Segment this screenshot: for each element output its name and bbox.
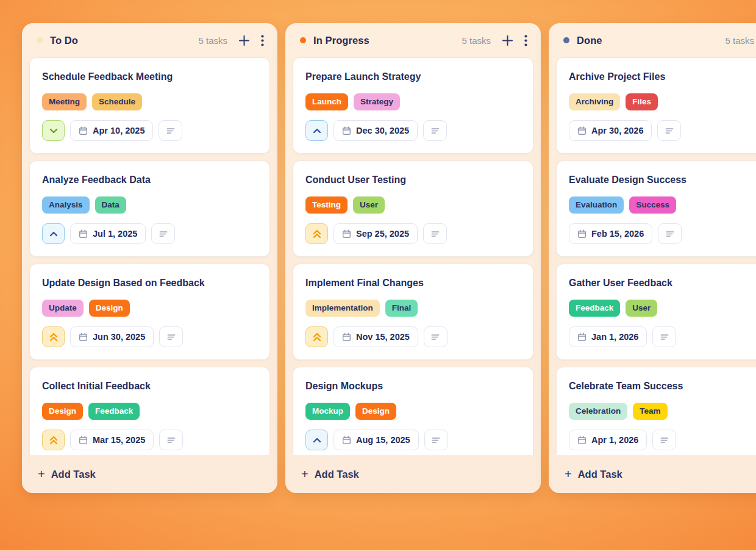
notes-button[interactable]	[423, 223, 447, 244]
tag: Data	[95, 196, 126, 214]
notes-button[interactable]	[159, 430, 183, 450]
column-title: In Progress	[313, 35, 369, 46]
column-menu-button[interactable]	[261, 35, 264, 46]
priority-chip[interactable]	[42, 120, 65, 141]
due-date-label: Jul 1, 2025	[93, 229, 137, 239]
add-task-button[interactable]: + Add Task	[549, 455, 756, 493]
card-list[interactable]: Archive Project Files Archiving Files Ap…	[549, 57, 756, 455]
tag: Schedule	[92, 93, 142, 110]
add-task-button[interactable]: + Add Task	[285, 455, 541, 493]
due-date-chip[interactable]: Jun 30, 2025	[70, 326, 154, 347]
notes-icon	[432, 437, 440, 444]
task-card[interactable]: Schedule Feedback Meeting Meeting Schedu…	[29, 57, 270, 154]
tag: Implementation	[305, 300, 380, 317]
column-status-dot	[37, 37, 43, 43]
due-date-chip[interactable]: Aug 15, 2025	[333, 430, 419, 450]
tag-list: Analysis Data	[42, 196, 257, 214]
priority-chip[interactable]	[42, 223, 65, 244]
column-status-dot	[300, 37, 306, 43]
task-card[interactable]: Implement Final Changes Implementation F…	[293, 264, 533, 360]
priority-chip[interactable]	[42, 430, 65, 450]
tag-list: Implementation Final	[305, 300, 521, 317]
due-date-chip[interactable]: Sep 25, 2025	[333, 223, 418, 244]
tag: Feedback	[88, 403, 140, 420]
add-card-button[interactable]	[502, 35, 513, 46]
due-date-label: Jun 30, 2025	[93, 332, 145, 342]
notes-button[interactable]	[424, 326, 448, 347]
task-card[interactable]: Celebrate Team Success Celebration Team …	[556, 367, 756, 455]
calendar-icon	[79, 126, 88, 135]
task-card[interactable]: Update Design Based on Feedback Update D…	[29, 264, 270, 360]
priority-chip[interactable]	[305, 430, 328, 450]
notes-icon	[167, 334, 176, 340]
tag: Meeting	[42, 93, 87, 110]
due-date-chip[interactable]: Apr 10, 2025	[70, 120, 153, 141]
due-date-chip[interactable]: Apr 1, 2026	[569, 430, 647, 450]
task-card[interactable]: Gather User Feedback Feedback User Jan 1…	[556, 264, 756, 360]
tag: Feedback	[569, 300, 620, 317]
notes-icon	[431, 231, 440, 237]
card-list[interactable]: Schedule Feedback Meeting Meeting Schedu…	[22, 57, 277, 455]
card-meta-row: Aug 15, 2025	[305, 430, 521, 450]
card-title: Schedule Feedback Meeting	[42, 70, 257, 84]
priority-chip[interactable]	[305, 223, 328, 244]
notes-button[interactable]	[423, 120, 447, 141]
calendar-icon	[79, 333, 88, 342]
notes-button[interactable]	[151, 223, 175, 244]
tag: Update	[42, 300, 84, 317]
tag-list: Archiving Files	[569, 93, 756, 110]
due-date-chip[interactable]: Jan 1, 2026	[569, 326, 647, 347]
add-task-button[interactable]: + Add Task	[22, 455, 277, 493]
notes-button[interactable]	[657, 120, 681, 141]
task-card[interactable]: Evaluate Design Success Evaluation Succe…	[556, 160, 756, 257]
column-title: Done	[577, 35, 602, 46]
add-card-button[interactable]	[238, 35, 250, 46]
column-menu-button[interactable]	[524, 35, 527, 46]
notes-button[interactable]	[652, 430, 676, 450]
tag-list: Meeting Schedule	[42, 93, 257, 110]
card-title: Update Design Based on Feedback	[42, 276, 257, 290]
due-date-label: Jan 1, 2026	[591, 332, 638, 342]
notes-button[interactable]	[652, 326, 676, 347]
card-meta-row: Jun 30, 2025	[42, 326, 257, 347]
due-date-chip[interactable]: Nov 15, 2025	[333, 326, 418, 347]
tag-list: Testing User	[305, 196, 521, 214]
tag: Launch	[305, 93, 348, 110]
due-date-label: Aug 15, 2025	[356, 435, 410, 445]
tag: Strategy	[354, 93, 400, 110]
due-date-chip[interactable]: Apr 30, 2026	[569, 120, 652, 141]
due-date-label: Apr 10, 2025	[93, 126, 144, 135]
task-card[interactable]: Design Mockups Mockup Design Aug 15, 202…	[293, 367, 533, 455]
card-title: Design Mockups	[305, 380, 521, 393]
kanban-board: To Do 5 tasks Schedule Feedback Meeting …	[22, 23, 756, 493]
due-date-chip[interactable]: Mar 15, 2025	[70, 430, 154, 450]
task-card[interactable]: Collect Initial Feedback Design Feedback…	[29, 367, 270, 455]
task-card[interactable]: Conduct User Testing Testing User Sep 25…	[293, 160, 533, 257]
task-card[interactable]: Analyze Feedback Data Analysis Data Jul …	[29, 160, 270, 257]
priority-chip[interactable]	[305, 120, 328, 141]
add-task-label: Add Task	[578, 469, 622, 480]
due-date-chip[interactable]: Jul 1, 2025	[70, 223, 146, 244]
due-date-chip[interactable]: Dec 30, 2025	[333, 120, 418, 141]
tag: Final	[385, 300, 418, 317]
tag-list: Mockup Design	[305, 403, 521, 420]
task-card[interactable]: Archive Project Files Archiving Files Ap…	[556, 57, 756, 154]
due-date-label: Sep 25, 2025	[356, 229, 409, 239]
notes-button[interactable]	[159, 326, 183, 347]
add-task-label: Add Task	[315, 469, 359, 480]
plus-icon: +	[38, 468, 45, 480]
notes-button[interactable]	[424, 430, 448, 450]
card-title: Archive Project Files	[569, 70, 756, 84]
notes-button[interactable]	[159, 120, 182, 141]
priority-chip[interactable]	[305, 326, 328, 347]
notes-button[interactable]	[658, 223, 682, 244]
card-meta-row: Sep 25, 2025	[305, 223, 521, 244]
card-title: Analyze Feedback Data	[42, 173, 257, 187]
column-status-dot	[563, 37, 569, 43]
task-card[interactable]: Prepare Launch Strategy Launch Strategy …	[293, 57, 533, 154]
calendar-icon	[342, 333, 351, 342]
priority-chip[interactable]	[42, 326, 65, 347]
card-list[interactable]: Prepare Launch Strategy Launch Strategy …	[285, 57, 541, 455]
due-date-chip[interactable]: Feb 15, 2026	[569, 223, 652, 244]
card-meta-row: Feb 15, 2026	[569, 223, 756, 244]
